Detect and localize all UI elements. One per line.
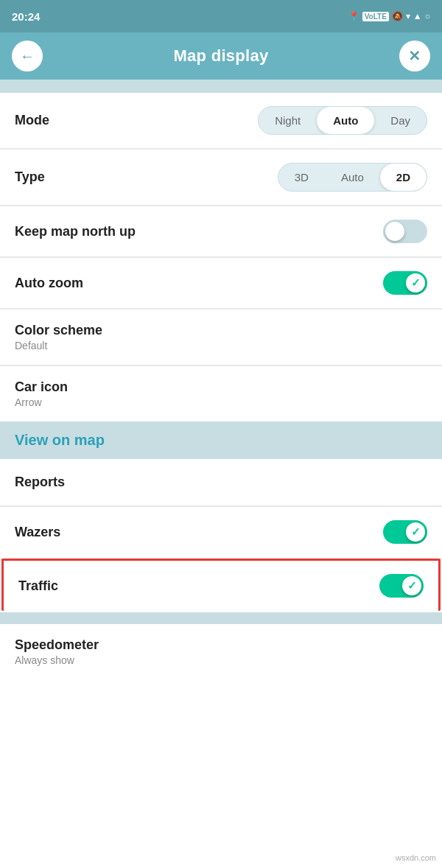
wifi-icon: ▾ <box>406 11 410 21</box>
top-divider <box>0 80 442 93</box>
view-on-map-title: View on map <box>15 432 105 448</box>
back-icon: ← <box>20 48 35 65</box>
close-icon: ✕ <box>408 47 421 65</box>
volte-badge: VoLTE <box>362 12 389 21</box>
settings-group-view-on-map: Reports Wazers ✓ <box>0 459 442 557</box>
color-scheme-value: Default <box>15 340 102 351</box>
type-3d-btn[interactable]: 3D <box>278 164 325 191</box>
type-auto-btn[interactable]: Auto <box>325 164 380 191</box>
settings-group-speedometer: Speedometer Always show <box>0 624 442 679</box>
mode-auto-btn[interactable]: Auto <box>317 107 374 134</box>
auto-zoom-label: Auto zoom <box>15 276 83 291</box>
status-bar: 20:24 📍 VoLTE 🔕 ▾ ▲ ○ <box>0 0 442 32</box>
keep-north-label: Keep map north up <box>15 224 136 239</box>
speedometer-value: Always show <box>15 654 99 666</box>
wazers-toggle[interactable]: ✓ <box>383 520 427 544</box>
auto-zoom-toggle[interactable]: ✓ <box>383 271 427 295</box>
status-time: 20:24 <box>12 10 40 23</box>
mode-segmented: Night Auto Day <box>258 106 427 135</box>
keep-north-toggle[interactable] <box>383 220 427 243</box>
location-icon: 📍 <box>348 11 359 21</box>
car-icon-row[interactable]: Car icon Arrow <box>0 366 442 421</box>
keep-north-row: Keep map north up <box>0 206 442 257</box>
color-scheme-label-group: Color scheme Default <box>15 323 102 351</box>
traffic-label: Traffic <box>18 578 58 594</box>
type-segmented: 3D Auto 2D <box>278 163 427 192</box>
speedometer-label: Speedometer <box>15 637 99 653</box>
signal-icon: ▲ <box>413 11 422 21</box>
traffic-section: Traffic ✓ <box>0 557 442 612</box>
watermark: wsxdn.com <box>396 853 436 862</box>
mode-night-btn[interactable]: Night <box>259 107 317 134</box>
page-title: Map display <box>173 46 268 66</box>
mute-icon: 🔕 <box>392 11 403 21</box>
type-2d-btn[interactable]: 2D <box>380 164 427 191</box>
view-on-map-section: View on map <box>0 421 442 459</box>
traffic-row: Traffic ✓ <box>1 559 441 611</box>
app-header: ← Map display ✕ <box>0 32 442 80</box>
battery-icon: ○ <box>425 11 430 21</box>
keep-north-knob <box>385 222 404 241</box>
color-scheme-row[interactable]: Color scheme Default <box>0 309 442 365</box>
car-icon-label: Car icon <box>15 379 68 395</box>
car-icon-value: Arrow <box>15 396 68 408</box>
back-button[interactable]: ← <box>12 41 43 71</box>
reports-row[interactable]: Reports <box>0 459 442 506</box>
auto-zoom-check-icon: ✓ <box>411 276 421 290</box>
traffic-toggle[interactable]: ✓ <box>379 574 424 598</box>
status-icons: 📍 VoLTE 🔕 ▾ ▲ ○ <box>348 11 430 21</box>
wazers-check-icon: ✓ <box>411 525 421 539</box>
bottom-divider <box>0 612 442 624</box>
type-row: Type 3D Auto 2D <box>0 150 442 206</box>
type-label: Type <box>15 169 45 185</box>
reports-label: Reports <box>15 475 65 490</box>
wazers-row: Wazers ✓ <box>0 507 442 557</box>
mode-day-btn[interactable]: Day <box>374 107 427 134</box>
color-scheme-label: Color scheme <box>15 323 102 338</box>
traffic-check-icon: ✓ <box>407 579 417 592</box>
close-button[interactable]: ✕ <box>399 41 430 71</box>
wazers-knob: ✓ <box>406 522 425 542</box>
auto-zoom-row: Auto zoom ✓ <box>0 258 442 309</box>
settings-group-display: Mode Night Auto Day Type 3D Auto 2D Keep… <box>0 93 442 421</box>
auto-zoom-knob: ✓ <box>406 273 425 293</box>
mode-row: Mode Night Auto Day <box>0 93 442 149</box>
speedometer-label-group: Speedometer Always show <box>15 637 99 666</box>
wazers-label: Wazers <box>15 525 60 540</box>
mode-label: Mode <box>15 113 49 128</box>
car-icon-label-group: Car icon Arrow <box>15 379 68 408</box>
speedometer-row[interactable]: Speedometer Always show <box>0 624 442 679</box>
traffic-knob: ✓ <box>402 576 421 595</box>
